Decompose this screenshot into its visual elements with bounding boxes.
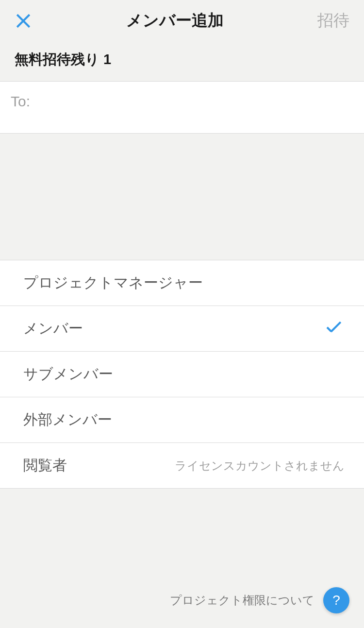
help-button[interactable]: ? xyxy=(323,587,349,613)
role-item-sub-member[interactable]: サブメンバー xyxy=(0,352,364,397)
free-invite-remaining: 無料招待残り 1 xyxy=(15,50,349,69)
role-label: サブメンバー xyxy=(23,364,113,384)
role-item-member[interactable]: メンバー xyxy=(0,306,364,352)
spacer xyxy=(0,134,364,260)
role-note: ライセンスカウントされません xyxy=(175,458,345,474)
role-list: プロジェクトマネージャー メンバー サブメンバー 外部メンバー 閲覧者 ライセン… xyxy=(0,260,364,489)
role-label: プロジェクトマネージャー xyxy=(23,273,203,293)
page-title: メンバー追加 xyxy=(32,10,317,32)
role-label: メンバー xyxy=(23,319,83,339)
role-item-viewer[interactable]: 閲覧者 ライセンスカウントされません xyxy=(0,443,364,489)
close-icon[interactable] xyxy=(15,12,32,30)
subtitle-row: 無料招待残り 1 xyxy=(0,41,364,81)
role-label: 外部メンバー xyxy=(23,410,112,430)
checkmark-icon xyxy=(326,322,345,335)
role-item-external-member[interactable]: 外部メンバー xyxy=(0,397,364,443)
role-item-project-manager[interactable]: プロジェクトマネージャー xyxy=(0,260,364,306)
header: メンバー追加 招待 xyxy=(0,0,364,41)
footer: プロジェクト権限について ? xyxy=(170,587,349,613)
to-input[interactable] xyxy=(35,93,353,110)
role-label: 閲覧者 xyxy=(23,456,67,475)
invite-button[interactable]: 招待 xyxy=(317,10,349,32)
help-link-text[interactable]: プロジェクト権限について xyxy=(170,593,314,608)
to-label: To: xyxy=(11,93,30,110)
to-field-row[interactable]: To: xyxy=(0,81,364,134)
